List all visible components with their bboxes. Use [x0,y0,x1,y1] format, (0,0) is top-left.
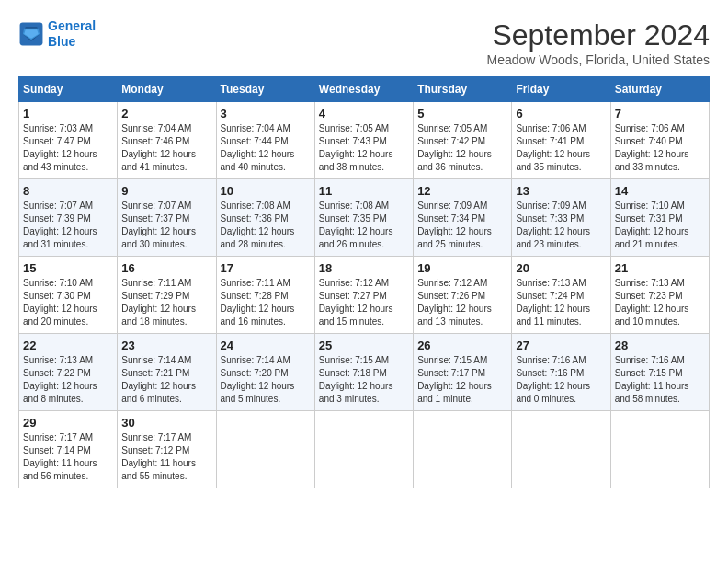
calendar-day-cell: 29Sunrise: 7:17 AMSunset: 7:14 PMDayligh… [19,411,118,488]
day-number: 24 [221,339,311,352]
calendar-day-cell [414,411,512,488]
day-info: Sunrise: 7:09 AMSunset: 7:34 PMDaylight:… [417,200,507,251]
calendar-day-cell [512,411,610,488]
day-info: Sunrise: 7:03 AMSunset: 7:47 PMDaylight:… [23,122,113,174]
calendar-week-row: 22Sunrise: 7:13 AMSunset: 7:22 PMDayligh… [19,334,710,411]
day-info: Sunrise: 7:11 AMSunset: 7:29 PMDaylight:… [121,277,211,328]
calendar-day-cell: 28Sunrise: 7:16 AMSunset: 7:15 PMDayligh… [610,334,709,411]
logo-line1: General [48,18,96,33]
day-number: 30 [121,416,211,430]
day-info: Sunrise: 7:16 AMSunset: 7:16 PMDaylight:… [516,354,606,406]
day-info: Sunrise: 7:12 AMSunset: 7:26 PMDaylight:… [417,277,507,328]
calendar-day-cell: 11Sunrise: 7:08 AMSunset: 7:35 PMDayligh… [314,179,413,257]
day-number: 3 [221,107,311,121]
weekday-header-cell: Friday [512,77,610,102]
calendar-day-cell: 9Sunrise: 7:07 AMSunset: 7:37 PMDaylight… [118,179,216,257]
day-number: 8 [23,184,113,198]
calendar-day-cell: 23Sunrise: 7:14 AMSunset: 7:21 PMDayligh… [118,334,216,411]
calendar-day-cell: 2Sunrise: 7:04 AMSunset: 7:46 PMDaylight… [118,102,216,179]
calendar-day-cell: 16Sunrise: 7:11 AMSunset: 7:29 PMDayligh… [118,257,216,334]
calendar-day-cell: 18Sunrise: 7:12 AMSunset: 7:27 PMDayligh… [314,257,413,334]
day-number: 12 [417,184,507,198]
day-number: 23 [121,339,211,352]
calendar-day-cell [216,411,314,488]
weekday-header-row: SundayMondayTuesdayWednesdayThursdayFrid… [19,77,710,102]
header: General Blue September 2024 Meadow Woods… [18,18,710,67]
calendar-day-cell: 8Sunrise: 7:07 AMSunset: 7:39 PMDaylight… [19,179,118,257]
day-info: Sunrise: 7:14 AMSunset: 7:21 PMDaylight:… [121,354,211,406]
day-info: Sunrise: 7:08 AMSunset: 7:35 PMDaylight:… [319,200,409,251]
day-info: Sunrise: 7:08 AMSunset: 7:36 PMDaylight:… [221,200,311,251]
calendar-week-row: 15Sunrise: 7:10 AMSunset: 7:30 PMDayligh… [19,257,710,334]
title-area: September 2024 Meadow Woods, Florida, Un… [486,18,710,67]
day-number: 16 [121,261,211,275]
day-number: 9 [121,184,211,198]
location: Meadow Woods, Florida, United States [486,52,710,67]
day-info: Sunrise: 7:13 AMSunset: 7:24 PMDaylight:… [516,277,606,328]
day-info: Sunrise: 7:15 AMSunset: 7:18 PMDaylight:… [319,354,409,406]
day-info: Sunrise: 7:16 AMSunset: 7:15 PMDaylight:… [615,354,705,406]
day-info: Sunrise: 7:09 AMSunset: 7:33 PMDaylight:… [516,200,606,251]
day-number: 1 [23,107,113,121]
day-number: 19 [417,261,507,275]
day-info: Sunrise: 7:06 AMSunset: 7:41 PMDaylight:… [516,122,606,174]
calendar-day-cell: 22Sunrise: 7:13 AMSunset: 7:22 PMDayligh… [19,334,118,411]
month-title: September 2024 [486,18,710,52]
calendar-week-row: 8Sunrise: 7:07 AMSunset: 7:39 PMDaylight… [19,179,710,257]
day-number: 26 [417,339,507,352]
calendar-day-cell: 21Sunrise: 7:13 AMSunset: 7:23 PMDayligh… [610,257,709,334]
day-number: 10 [221,184,311,198]
day-info: Sunrise: 7:17 AMSunset: 7:14 PMDaylight:… [23,431,113,483]
day-number: 17 [221,261,311,275]
calendar-day-cell: 5Sunrise: 7:05 AMSunset: 7:42 PMDaylight… [414,102,512,179]
day-info: Sunrise: 7:14 AMSunset: 7:20 PMDaylight:… [221,354,311,406]
day-number: 5 [417,107,507,121]
calendar-day-cell: 15Sunrise: 7:10 AMSunset: 7:30 PMDayligh… [19,257,118,334]
calendar-day-cell: 7Sunrise: 7:06 AMSunset: 7:40 PMDaylight… [610,102,709,179]
day-info: Sunrise: 7:17 AMSunset: 7:12 PMDaylight:… [121,431,211,483]
day-info: Sunrise: 7:15 AMSunset: 7:17 PMDaylight:… [417,354,507,406]
calendar-day-cell [314,411,413,488]
day-number: 13 [516,184,606,198]
day-info: Sunrise: 7:04 AMSunset: 7:44 PMDaylight:… [221,122,311,174]
calendar-day-cell: 4Sunrise: 7:05 AMSunset: 7:43 PMDaylight… [314,102,413,179]
calendar-day-cell: 24Sunrise: 7:14 AMSunset: 7:20 PMDayligh… [216,334,314,411]
day-number: 6 [516,107,606,121]
day-info: Sunrise: 7:07 AMSunset: 7:37 PMDaylight:… [121,200,211,251]
day-number: 25 [319,339,409,352]
day-number: 15 [23,261,113,275]
day-info: Sunrise: 7:06 AMSunset: 7:40 PMDaylight:… [615,122,705,174]
calendar-day-cell: 25Sunrise: 7:15 AMSunset: 7:18 PMDayligh… [314,334,413,411]
day-info: Sunrise: 7:10 AMSunset: 7:30 PMDaylight:… [23,277,113,328]
day-info: Sunrise: 7:13 AMSunset: 7:23 PMDaylight:… [615,277,705,328]
calendar-table: SundayMondayTuesdayWednesdayThursdayFrid… [18,76,710,488]
calendar-day-cell: 20Sunrise: 7:13 AMSunset: 7:24 PMDayligh… [512,257,610,334]
day-number: 4 [319,107,409,121]
day-number: 29 [23,416,113,430]
day-number: 2 [121,107,211,121]
calendar-day-cell: 1Sunrise: 7:03 AMSunset: 7:47 PMDaylight… [19,102,118,179]
day-number: 27 [516,339,606,352]
calendar-day-cell: 12Sunrise: 7:09 AMSunset: 7:34 PMDayligh… [414,179,512,257]
day-number: 18 [319,261,409,275]
day-info: Sunrise: 7:04 AMSunset: 7:46 PMDaylight:… [121,122,211,174]
calendar-week-row: 1Sunrise: 7:03 AMSunset: 7:47 PMDaylight… [19,102,710,179]
weekday-header-cell: Tuesday [216,77,314,102]
day-info: Sunrise: 7:10 AMSunset: 7:31 PMDaylight:… [615,200,705,251]
day-info: Sunrise: 7:11 AMSunset: 7:28 PMDaylight:… [221,277,311,328]
weekday-header-cell: Thursday [414,77,512,102]
calendar-day-cell: 27Sunrise: 7:16 AMSunset: 7:16 PMDayligh… [512,334,610,411]
day-number: 22 [23,339,113,352]
calendar-day-cell [610,411,709,488]
weekday-header-cell: Saturday [610,77,709,102]
weekday-header-cell: Sunday [19,77,118,102]
day-info: Sunrise: 7:07 AMSunset: 7:39 PMDaylight:… [23,200,113,251]
day-number: 20 [516,261,606,275]
calendar-day-cell: 14Sunrise: 7:10 AMSunset: 7:31 PMDayligh… [610,179,709,257]
day-info: Sunrise: 7:05 AMSunset: 7:42 PMDaylight:… [417,122,507,174]
calendar-week-row: 29Sunrise: 7:17 AMSunset: 7:14 PMDayligh… [19,411,710,488]
day-info: Sunrise: 7:13 AMSunset: 7:22 PMDaylight:… [23,354,113,406]
calendar-day-cell: 19Sunrise: 7:12 AMSunset: 7:26 PMDayligh… [414,257,512,334]
calendar-day-cell: 13Sunrise: 7:09 AMSunset: 7:33 PMDayligh… [512,179,610,257]
weekday-header-cell: Monday [118,77,216,102]
